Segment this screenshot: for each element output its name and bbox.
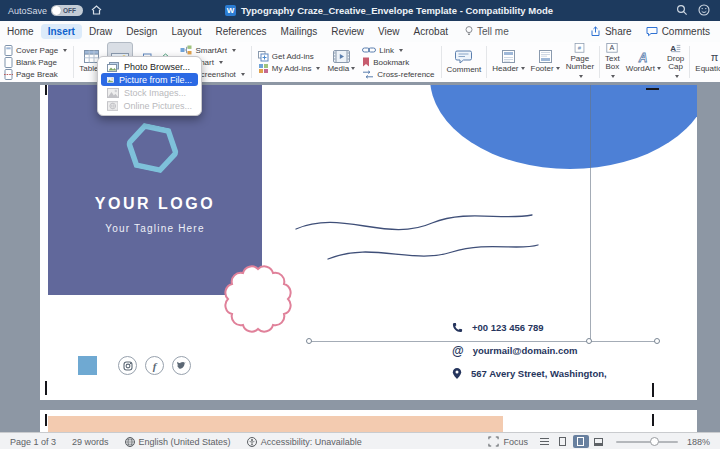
link-button[interactable]: Link <box>360 45 436 56</box>
menu-item-label: Photo Browser... <box>124 62 190 72</box>
share-button[interactable]: Share <box>590 26 632 37</box>
blank-page-button[interactable]: Blank Page <box>2 57 69 68</box>
zoom-level[interactable]: 188% <box>687 437 710 447</box>
facebook-icon[interactable]: f <box>145 356 164 375</box>
resize-handle[interactable] <box>586 338 592 344</box>
tab-design[interactable]: Design <box>119 24 164 39</box>
focus-button[interactable]: Focus <box>488 436 528 447</box>
crop-mark <box>652 414 654 426</box>
photo-browser-icon <box>107 62 119 72</box>
home-icon[interactable] <box>91 5 102 17</box>
web-layout-button[interactable] <box>591 435 607 448</box>
menu-item-stock-images[interactable]: Stock Images... <box>101 86 198 99</box>
word-doc-icon: W <box>225 5 236 16</box>
blue-ellipse-shape[interactable] <box>430 85 697 169</box>
address-row[interactable]: 567 Avery Street, Washington, <box>452 367 607 380</box>
instagram-icon[interactable] <box>118 356 137 375</box>
word-count[interactable]: 29 words <box>72 437 109 447</box>
outline-view-icon <box>559 437 566 446</box>
cross-reference-button[interactable]: Cross-reference <box>360 69 436 80</box>
print-layout-button[interactable] <box>573 435 589 448</box>
zoom-slider[interactable] <box>616 441 678 443</box>
tab-draw[interactable]: Draw <box>82 24 119 39</box>
menu-item-label: Stock Images... <box>124 88 186 98</box>
my-addins-button[interactable]: My Add-ins <box>256 63 323 74</box>
feedback-smiley-icon[interactable] <box>698 4 710 18</box>
bookmark-button[interactable]: Bookmark <box>360 57 436 68</box>
comment-icon <box>455 50 472 64</box>
toggle-knob <box>52 6 61 15</box>
footer-button[interactable]: Footer <box>528 42 563 82</box>
tab-review[interactable]: Review <box>324 24 371 39</box>
cover-page-label: Cover Page <box>16 46 58 55</box>
resize-handle[interactable] <box>306 338 312 344</box>
links-stack: Link Bookmark Cross-reference <box>358 42 438 82</box>
comments-icon <box>646 26 658 37</box>
chevron-down-icon <box>675 75 679 78</box>
email-row[interactable]: @ yourmail@domain.com <box>452 344 578 357</box>
wordart-icon: A <box>636 51 650 63</box>
menu-item-photo-browser[interactable]: Photo Browser... <box>101 60 198 73</box>
text-box-button[interactable]: A Text Box <box>602 42 623 82</box>
tab-mailings[interactable]: Mailings <box>274 24 325 39</box>
cover-page-button[interactable]: Cover Page <box>2 45 69 56</box>
wordart-button[interactable]: A WordArt <box>623 42 664 82</box>
hexagon-logo-icon[interactable] <box>121 120 182 180</box>
twitter-icon[interactable] <box>172 356 191 375</box>
menu-item-online-pictures[interactable]: Online Pictures... <box>101 99 198 112</box>
scalloped-circle-shape[interactable] <box>222 263 294 335</box>
link-label: Link <box>379 46 394 55</box>
page-2-preview[interactable] <box>40 410 697 432</box>
media-icon <box>333 50 350 63</box>
focus-icon <box>488 436 499 447</box>
tell-me-button[interactable]: Tell me <box>465 26 509 37</box>
get-addins-button[interactable]: Get Add-ins <box>256 51 323 62</box>
wavy-lines-shape[interactable] <box>292 207 542 267</box>
phone-row[interactable]: +00 123 456 789 <box>452 321 544 334</box>
comment-label: Comment <box>447 65 482 74</box>
header-button[interactable]: Header <box>489 42 527 82</box>
media-button[interactable]: Media <box>324 42 358 82</box>
divider <box>251 46 252 78</box>
location-pin-icon <box>452 367 462 380</box>
accessibility-status[interactable]: Accessibility: Unavailable <box>247 437 362 447</box>
tab-view[interactable]: View <box>371 24 407 39</box>
page-break-button[interactable]: Page Break <box>2 69 69 80</box>
page-number-button[interactable]: # Page Number <box>563 42 597 82</box>
drop-cap-button[interactable]: A Drop Cap <box>664 42 687 82</box>
tab-layout[interactable]: Layout <box>164 24 208 39</box>
menu-item-picture-from-file[interactable]: Picture from File... <box>101 73 198 86</box>
cross-reference-label: Cross-reference <box>377 70 434 79</box>
equation-button[interactable]: π Equation <box>692 42 720 82</box>
tab-acrobat[interactable]: Acrobat <box>407 24 455 39</box>
page-count[interactable]: Page 1 of 3 <box>10 437 56 447</box>
comment-button[interactable]: Comment <box>444 42 485 82</box>
zoom-slider-thumb[interactable] <box>650 437 659 446</box>
tab-home[interactable]: Home <box>0 24 41 39</box>
autosave-toggle[interactable]: OFF <box>51 5 83 16</box>
media-label: Media <box>327 64 349 73</box>
statusbar: Page 1 of 3 29 words English (United Sta… <box>0 432 720 449</box>
titlebar: AutoSave OFF W Typography Craze_Creative… <box>0 0 720 21</box>
globe-icon <box>125 437 135 447</box>
tab-references[interactable]: References <box>208 24 273 39</box>
stock-images-icon <box>107 88 119 98</box>
blank-page-icon <box>4 57 13 68</box>
language-indicator[interactable]: English (United States) <box>125 437 231 447</box>
outline-view-button[interactable] <box>555 435 571 448</box>
logo-title-text[interactable]: YOUR LOGO <box>48 195 262 213</box>
selected-line-shape[interactable] <box>310 341 658 342</box>
resize-handle[interactable] <box>654 338 660 344</box>
page-1[interactable]: YOUR LOGO Your Tagline Here +00 123 456 … <box>40 85 697 400</box>
table-label: Table <box>79 64 98 73</box>
autosave-control[interactable]: AutoSave OFF <box>8 5 83 16</box>
draft-view-button[interactable] <box>537 435 553 448</box>
search-icon[interactable] <box>676 4 688 18</box>
smartart-button[interactable]: SmartArt <box>178 45 246 56</box>
header-label: Header <box>492 64 518 73</box>
logo-tagline-text[interactable]: Your Tagline Here <box>48 223 262 234</box>
vertical-rule-line[interactable] <box>590 85 591 342</box>
blue-square-shape[interactable] <box>78 356 97 375</box>
comments-button[interactable]: Comments <box>646 26 710 37</box>
tab-insert[interactable]: Insert <box>41 24 82 39</box>
